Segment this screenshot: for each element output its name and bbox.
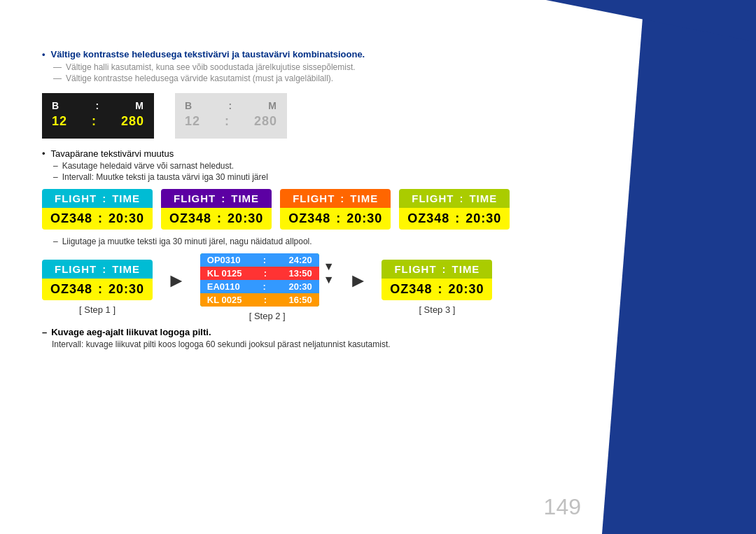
widget-green-body-colon: : <box>455 211 460 226</box>
widget-cyan-body-right: 20:30 <box>108 211 144 226</box>
warning-bullet-2: Vältige kontrastse heledusega värvide ka… <box>53 73 714 83</box>
step3-header-right: TIME <box>452 263 480 275</box>
widget-green-body-left: OZ348 <box>407 211 449 226</box>
step3-header: FLIGHT : TIME <box>382 260 492 279</box>
multi-flight-row-4: KL 0025 : 16:50 <box>200 293 319 307</box>
widget-orange-header: FLIGHT : TIME <box>280 189 391 208</box>
normal-text-sub1-text: Kasutage heledaid värve või sarnast hele… <box>62 161 234 171</box>
normal-text-section: Tavapärane tekstivärvi muutus Kasutage h… <box>42 148 714 182</box>
display-gray-topright: M <box>268 100 277 111</box>
warning-section: Vältige kontrastsе heledusega tekstivärv… <box>42 49 714 83</box>
display-dark-topright: M <box>135 100 144 111</box>
mfr3-time: 20:30 <box>289 281 312 292</box>
widget-orange-header-right: TIME <box>350 192 378 204</box>
step2-multi-flight: OP0310 : 24:20 KL 0125 : 13:50 EA0110 : … <box>200 253 319 307</box>
normal-text-sub1: Kasutage heledaid värve või sarnast hele… <box>53 161 714 171</box>
display-gray: B : M 12 : 280 <box>175 93 287 139</box>
step3-widget: FLIGHT : TIME OZ348 : 20:30 <box>382 260 492 300</box>
steps-instruction: Liigutage ja muutke teksti iga 30 minuti… <box>53 237 714 246</box>
arrow-step1-to-step2: ► <box>167 269 186 292</box>
widget-purple-body-colon: : <box>217 211 222 226</box>
display-dark-colon2: : <box>92 114 97 129</box>
arrow-down-2: ▼ <box>323 273 335 286</box>
widget-purple-body: OZ348 : 20:30 <box>161 208 272 230</box>
flight-widget-purple: FLIGHT : TIME OZ348 : 20:30 <box>161 189 272 230</box>
mfr1-code: OP0310 <box>207 255 241 265</box>
flight-widget-cyan: FLIGHT : TIME OZ348 : 20:30 <box>42 189 153 230</box>
mfr4-time: 16:50 <box>289 295 312 305</box>
logo-sub: Intervall: kuvage liikuvat pilti koos lo… <box>52 339 714 349</box>
step3-body-colon: : <box>438 282 442 297</box>
arrow-down-1: ▼ <box>323 260 335 273</box>
display-boxes-section: B : M 12 : 280 B : M 12 : 280 <box>42 93 714 139</box>
widget-green-body: OZ348 : 20:30 <box>399 208 510 230</box>
step1-widget: FLIGHT : TIME OZ348 : 20:30 <box>42 260 153 300</box>
mfr4-sep: : <box>264 295 267 305</box>
widget-cyan-header-colon: : <box>102 192 106 204</box>
multi-flight-row-2: KL 0125 : 13:50 <box>200 267 319 280</box>
multi-flight-row-3: EA0110 : 20:30 <box>200 280 319 293</box>
logo-bullet: Kuvage aeg-ajalt liikuvat logoga pilti. <box>42 327 714 337</box>
logo-section: Kuvage aeg-ajalt liikuvat logoga pilti. … <box>42 327 714 349</box>
normal-text-bullet-text: Tavapärane tekstivärvi muutus <box>51 148 174 159</box>
widget-cyan-body-colon: : <box>98 211 103 226</box>
widget-purple-body-left: OZ348 <box>169 211 211 226</box>
arrows-down: ▼ ▼ <box>323 260 335 286</box>
step2-label: [ Step 2 ] <box>249 311 286 321</box>
step1-body-colon: : <box>98 282 103 297</box>
display-gray-topleft: B <box>185 100 192 111</box>
widget-orange-body-colon: : <box>336 211 341 226</box>
display-gray-bottomright: 280 <box>254 114 277 129</box>
mfr4-code: KL 0025 <box>207 295 242 305</box>
display-dark: B : M 12 : 280 <box>42 93 154 139</box>
display-gray-bottomleft: 12 <box>185 114 200 129</box>
step-1-container: FLIGHT : TIME OZ348 : 20:30 [ Step 1 ] <box>42 260 153 315</box>
mfr1-time: 24:20 <box>289 255 312 265</box>
mfr2-code: KL 0125 <box>207 268 242 279</box>
step3-label: [ Step 3 ] <box>419 304 455 315</box>
step3-header-colon: : <box>442 263 447 275</box>
widget-orange-body-right: 20:30 <box>346 211 382 226</box>
arrow-step2-to-step3: ► <box>349 269 368 292</box>
mfr1-sep: : <box>263 255 266 265</box>
widget-green-header-right: TIME <box>469 192 497 204</box>
step1-body-right: 20:30 <box>108 282 144 297</box>
mfr2-sep: : <box>264 268 267 279</box>
mfr3-sep: : <box>262 281 265 292</box>
logo-sub-text: Intervall: kuvage liikuvat pilti koos lo… <box>52 339 391 349</box>
step1-header-right: TIME <box>112 263 140 275</box>
widget-orange-header-colon: : <box>340 192 344 204</box>
warning-bullet-1: Vältige halli kasutamist, kuna see võib … <box>53 62 714 72</box>
page-number: 149 <box>544 494 581 520</box>
normal-text-sub2-text: Intervall: Muutke teksti ja tausta värvi… <box>62 172 268 182</box>
step3-body-left: OZ348 <box>390 282 432 297</box>
widget-cyan-header-right: TIME <box>112 192 140 204</box>
step1-header-left: FLIGHT <box>55 263 97 275</box>
warning-text-2: Vältige kontrastse heledusega värvide ka… <box>66 73 333 83</box>
widget-purple-header-colon: : <box>221 192 225 204</box>
widget-cyan-body-left: OZ348 <box>50 211 92 226</box>
widget-purple-header-right: TIME <box>231 192 259 204</box>
step3-body: OZ348 : 20:30 <box>382 279 492 300</box>
multi-flight-row-1: OP0310 : 24:20 <box>200 253 319 267</box>
step1-body: OZ348 : 20:30 <box>42 279 153 300</box>
widget-green-body-right: 20:30 <box>465 211 501 226</box>
widget-orange-body-left: OZ348 <box>288 211 330 226</box>
widget-green-header-left: FLIGHT <box>412 192 454 204</box>
step1-header-colon: : <box>102 263 106 275</box>
widget-purple-header-left: FLIGHT <box>174 192 216 204</box>
display-dark-bottomright: 280 <box>121 114 144 129</box>
widget-cyan-header: FLIGHT : TIME <box>42 189 153 208</box>
step1-label: [ Step 1 ] <box>79 304 115 315</box>
logo-bullet-text: Kuvage aeg-ajalt liikuvat logoga pilti. <box>51 327 211 337</box>
mfr2-time: 13:50 <box>289 268 312 279</box>
display-gray-colon2: : <box>225 114 230 129</box>
widget-green-header: FLIGHT : TIME <box>399 189 510 208</box>
normal-text-sub2: Intervall: Muutke teksti ja tausta värvi… <box>53 172 714 182</box>
widget-purple-header: FLIGHT : TIME <box>161 189 272 208</box>
steps-row: FLIGHT : TIME OZ348 : 20:30 [ Step 1 ] ►… <box>42 253 714 321</box>
mfr3-code: EA0110 <box>207 281 240 292</box>
step3-body-right: 20:30 <box>448 282 484 297</box>
steps-instruction-text: Liigutage ja muutke teksti iga 30 minuti… <box>62 237 312 246</box>
flight-widget-green: FLIGHT : TIME OZ348 : 20:30 <box>399 189 510 230</box>
